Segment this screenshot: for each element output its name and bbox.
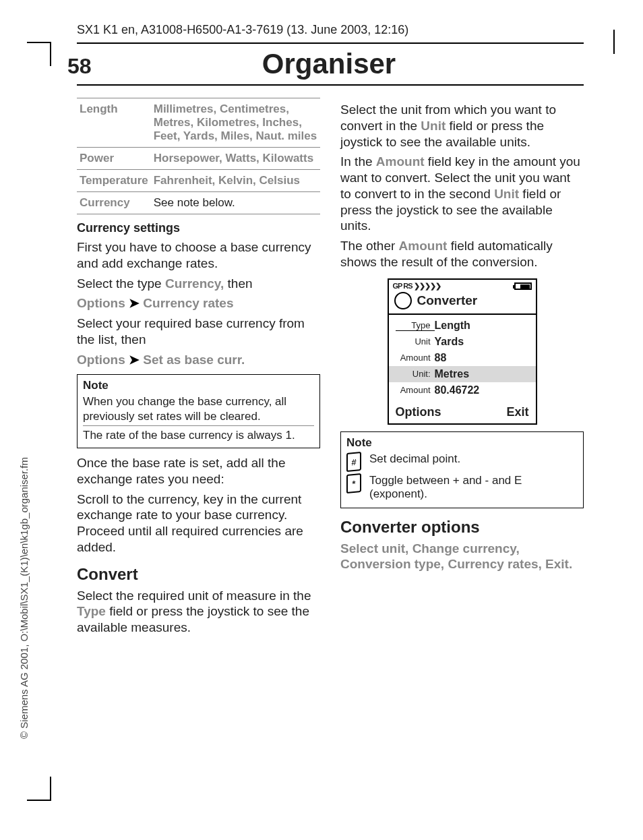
body-text: First you have to choose a base currency… (77, 239, 320, 272)
table-row: LengthMillimetres, Centimetres, Metres, … (77, 98, 320, 148)
note-text: Toggle between + and - and E (exponent). (369, 474, 578, 501)
heading-converter-options: Converter options (340, 518, 584, 537)
table-row: PowerHorsepower, Watts, Kilowatts (77, 148, 320, 170)
units-table: LengthMillimetres, Centimetres, Metres, … (77, 98, 320, 214)
body-text: Select the required unit of measure in t… (77, 588, 320, 636)
note-text: Set decimal point. (369, 452, 460, 466)
arrow-icon: ➤ (129, 296, 140, 310)
converter-app-icon (394, 292, 412, 309)
table-row: CurrencySee note below. (77, 192, 320, 214)
phone-app-title: Converter (417, 293, 478, 308)
body-text: Scroll to the currency, key in the curre… (77, 491, 320, 556)
phone-field-unit-from[interactable]: UnitYards (389, 334, 536, 350)
star-key-icon: * (346, 473, 361, 493)
body-text: Select your required base currency from … (77, 316, 320, 348)
doc-header: SX1 K1 en, A31008-H6500-A1-3-7619 (13. J… (77, 23, 584, 37)
table-row: TemperatureFahrenheit, Kelvin, Celsius (77, 170, 320, 192)
softkey-options[interactable]: Options (396, 405, 441, 419)
body-text: Select the type Currency, then (77, 276, 320, 292)
note-text: The rate of the base currency is always … (83, 425, 314, 442)
note-box: Note When you change the base currency, … (77, 374, 320, 448)
softkey-exit[interactable]: Exit (506, 405, 528, 419)
body-text: In the Amount field key in the amount yo… (340, 154, 584, 234)
note-text: When you change the base currency, all p… (83, 394, 314, 423)
phone-field-type[interactable]: TypeLength (389, 318, 536, 334)
options-list: Select unit, Change currency, Conversion… (340, 541, 584, 573)
signal-icon: GP RS ❯❯❯❯❯ (393, 282, 441, 291)
page-title: Organiser (74, 48, 584, 80)
phone-field-unit-to[interactable]: Unit:Metres (389, 366, 536, 382)
phone-field-amount-from[interactable]: Amount88 (389, 350, 536, 366)
heading-convert: Convert (77, 565, 320, 584)
note-heading: Note (83, 379, 314, 392)
side-copyright: © Siemens AG 2001, O:\Mobil\SX1_(K1)\en\… (18, 457, 30, 739)
menu-path: Options ➤ Set as base curr. (77, 352, 320, 368)
body-text: Select the unit from which you want to c… (340, 102, 584, 150)
rule-top (77, 42, 584, 44)
rule-under-title (77, 84, 584, 86)
phone-field-amount-to[interactable]: Amount80.46722 (389, 382, 536, 398)
battery-icon (514, 282, 532, 290)
body-text: The other Amount field automatically sho… (340, 238, 584, 270)
note-heading: Note (346, 436, 578, 450)
heading-currency-settings: Currency settings (77, 221, 320, 235)
body-text: Once the base rate is set, add all the e… (77, 455, 320, 487)
phone-screenshot: GP RS ❯❯❯❯❯ Converter TypeLength UnitYar… (388, 278, 537, 425)
menu-path: Options ➤ Currency rates (77, 295, 320, 311)
arrow-icon: ➤ (129, 353, 140, 367)
note-box: Note # Set decimal point. * Toggle betwe… (340, 431, 584, 508)
hash-key-icon: # (346, 451, 361, 471)
